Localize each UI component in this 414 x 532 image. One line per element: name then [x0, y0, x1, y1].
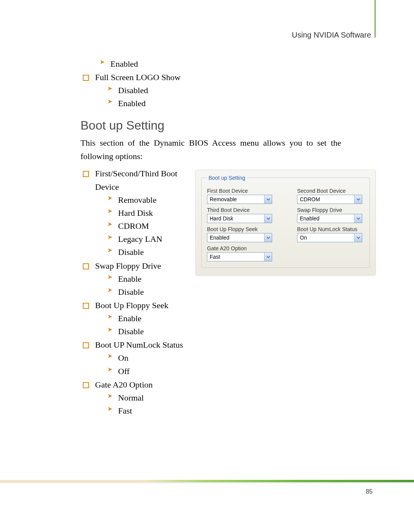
setting-item: First/Second/Third Boot Device Removable…: [88, 167, 188, 259]
setting-label: Boot Up Floppy Seek: [95, 300, 168, 310]
option-item: Disabled: [107, 84, 376, 97]
dropdown-value: Enabled: [207, 235, 264, 241]
left-column: First/Second/Third Boot Device Removable…: [80, 167, 188, 417]
second-boot-dropdown[interactable]: CDROM: [297, 195, 362, 204]
option-item: Enabled: [107, 97, 376, 110]
field-label: Boot Up Floppy Seek: [207, 225, 274, 233]
panel-grid: First Boot Device Removable Second Boot …: [207, 185, 364, 261]
option-item: Removable: [107, 194, 188, 207]
setting-label: First/Second/Third Boot Device: [95, 169, 177, 192]
gate-a20-field: Gate A20 Option Fast: [207, 244, 274, 261]
setting-label: Swap Floppy Drive: [95, 261, 161, 271]
floppy-seek-dropdown[interactable]: Enabled: [207, 233, 272, 242]
chevron-down-icon: [264, 253, 272, 261]
panel-legend: Boot up Setting: [207, 175, 247, 181]
page-number: 85: [366, 488, 373, 495]
content: Enabled Full Screen LOGO Show Disabled E…: [80, 27, 376, 417]
dropdown-value: On: [297, 235, 354, 241]
first-boot-dropdown[interactable]: Removable: [207, 195, 272, 204]
option-list: Removable Hard Disk CDROM Legacy LAN Dis…: [95, 194, 188, 259]
two-column-layout: First/Second/Third Boot Device Removable…: [80, 167, 376, 417]
chevron-down-icon: [354, 233, 362, 242]
boot-up-setting-panel: Boot up Setting First Boot Device Remova…: [196, 170, 376, 275]
dropdown-value: Enabled: [297, 215, 354, 222]
header-section-label: Using NVIDIA Software: [292, 31, 371, 39]
setting-item: Gate A20 Option Normal Fast: [88, 378, 188, 417]
swap-floppy-dropdown[interactable]: Enabled: [297, 214, 362, 223]
header-rule: [375, 0, 376, 38]
option-item: Hard Disk: [107, 207, 188, 220]
numlock-field: Boot Up NumLock Status On: [297, 225, 364, 242]
footer-gradient-band: [0, 480, 414, 482]
dropdown-value: Removable: [207, 196, 264, 202]
third-boot-dropdown[interactable]: Hard Disk: [207, 214, 272, 223]
first-boot-field: First Boot Device Removable: [207, 186, 274, 204]
option-item: Disable: [107, 246, 188, 259]
setting-item: Boot Up Floppy Seek Enable Disable: [88, 299, 188, 338]
dropdown-value: Fast: [207, 254, 264, 260]
option-item: Enable: [107, 312, 188, 325]
option-item: Fast: [107, 404, 188, 417]
gate-a20-dropdown[interactable]: Fast: [207, 252, 272, 261]
field-label: Swap Floppy Drive: [297, 205, 364, 214]
section-title: Boot up Setting: [80, 118, 376, 133]
chevron-down-icon: [354, 195, 362, 204]
field-label: Gate A20 Option: [207, 244, 274, 252]
option-item: CDROM: [107, 220, 188, 233]
section-intro: This section of the Dynamic BIOS Access …: [80, 136, 341, 163]
chevron-down-icon: [264, 233, 272, 242]
chevron-down-icon: [354, 214, 362, 223]
right-column: Boot up Setting First Boot Device Remova…: [196, 167, 376, 417]
option-item: Enable: [107, 273, 188, 286]
boot-up-fieldset: Boot up Setting First Boot Device Remova…: [201, 175, 370, 268]
option-list: Enable Disable: [95, 273, 188, 299]
page: Using NVIDIA Software Enabled Full Scree…: [0, 0, 414, 532]
field-label: Third Boot Device: [207, 205, 274, 214]
option-item: Disable: [107, 286, 188, 299]
setting-list-top: Full Screen LOGO Show Disabled Enabled: [80, 71, 376, 110]
setting-item: Swap Floppy Drive Enable Disable: [88, 259, 188, 299]
setting-item: Boot UP NumLock Status On Off: [88, 338, 188, 378]
option-list: On Off: [95, 351, 188, 378]
field-label: Second Boot Device: [297, 186, 364, 195]
option-item: On: [107, 351, 188, 365]
option-item: Disable: [107, 325, 188, 338]
second-boot-field: Second Boot Device CDROM: [297, 186, 364, 204]
setting-label: Full Screen LOGO Show: [95, 72, 181, 82]
chevron-down-icon: [264, 214, 272, 223]
dropdown-value: CDROM: [297, 196, 354, 202]
setting-item: Full Screen LOGO Show Disabled Enabled: [88, 71, 376, 110]
dropdown-value: Hard Disk: [207, 215, 264, 222]
swap-floppy-field: Swap Floppy Drive Enabled: [297, 205, 364, 223]
option-list: Enable Disable: [95, 312, 188, 338]
field-label: Boot Up NumLock Status: [297, 225, 364, 233]
option-list: Disabled Enabled: [95, 84, 376, 110]
chevron-down-icon: [264, 195, 272, 204]
option-item: Enabled: [100, 57, 376, 71]
third-boot-field: Third Boot Device Hard Disk: [207, 205, 274, 223]
option-list: Normal Fast: [95, 391, 188, 417]
numlock-dropdown[interactable]: On: [297, 233, 362, 242]
setting-label: Gate A20 Option: [95, 380, 153, 389]
option-item: Legacy LAN: [107, 233, 188, 246]
option-item: Off: [107, 365, 188, 378]
setting-list: First/Second/Third Boot Device Removable…: [80, 167, 188, 417]
field-label: First Boot Device: [207, 186, 274, 195]
floppy-seek-field: Boot Up Floppy Seek Enabled: [207, 225, 274, 242]
prev-option-list: Enabled: [80, 57, 376, 71]
setting-label: Boot UP NumLock Status: [95, 340, 183, 350]
option-item: Normal: [107, 391, 188, 404]
